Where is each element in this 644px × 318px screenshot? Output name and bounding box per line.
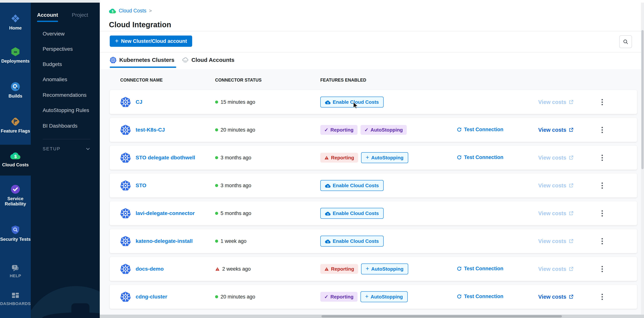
autostopping-add-button[interactable]: +AutoStopping <box>361 152 408 163</box>
row-menu-button[interactable] <box>598 124 606 136</box>
sidebar-item-help[interactable]: ? HELP <box>0 264 31 278</box>
feature-label: Reporting <box>330 127 354 133</box>
scope-tab-project[interactable]: Project <box>72 12 88 18</box>
external-link-icon <box>568 266 574 271</box>
connector-status-cell: 20 minutes ago <box>215 127 320 133</box>
test-connection-link[interactable]: Test Connection <box>456 154 504 160</box>
breadcrumb-cloud-costs-link[interactable]: Cloud Costs <box>119 8 146 14</box>
autostopping-add-button[interactable]: +AutoStopping <box>361 263 408 274</box>
view-costs-cell: View costs <box>538 266 592 272</box>
enable-cloud-costs-button[interactable]: Enable Cloud Costs <box>320 180 384 191</box>
row-menu-button[interactable] <box>598 235 606 247</box>
test-connection-link[interactable]: Test Connection <box>456 127 504 133</box>
status-indicator <box>215 128 218 131</box>
tab-cloud-accounts[interactable]: Cloud Accounts <box>182 52 234 68</box>
connector-name-cell: test-K8s-CJ <box>120 124 215 135</box>
connector-name-link[interactable]: kateno-delegate-install <box>136 238 192 244</box>
view-costs-link[interactable]: View costs <box>538 238 574 244</box>
connector-status-text: 20 minutes ago <box>220 127 255 133</box>
sidebar-item-home[interactable]: ❖ Home <box>0 14 31 31</box>
connector-name-link[interactable]: lavi-delegate-connector <box>136 210 195 216</box>
table-row: STO 3 months ago Enable Cloud Costs Test… <box>110 173 637 197</box>
column-header-connector-name: CONNECTOR NAME <box>120 78 215 83</box>
row-menu-button[interactable] <box>598 96 606 108</box>
view-costs-cell: View costs <box>538 127 592 133</box>
subnav-item-perspectives[interactable]: Perspectives <box>43 46 73 52</box>
connector-name-link[interactable]: test-K8s-CJ <box>136 127 165 133</box>
view-costs-cell: View costs <box>538 210 592 216</box>
view-costs-link[interactable]: View costs <box>538 294 574 300</box>
view-costs-link[interactable]: View costs <box>538 155 574 161</box>
connector-status-cell: 1 week ago <box>215 238 320 244</box>
kubernetes-icon <box>120 152 131 163</box>
view-costs-link[interactable]: View costs <box>538 210 574 216</box>
test-connection-link[interactable]: Test Connection <box>456 266 504 271</box>
reporting-feature-badge: ✓Reporting <box>320 125 358 135</box>
new-cluster-cloud-account-button[interactable]: + New Cluster/Cloud account <box>110 36 192 47</box>
service-reliability-icon <box>10 184 20 194</box>
sidebar-item-builds[interactable]: Builds <box>0 82 31 99</box>
refresh-icon <box>456 294 462 299</box>
sidebar-item-service-reliability[interactable]: Service Reliability <box>0 184 31 207</box>
refresh-icon <box>456 155 462 160</box>
external-link-icon <box>568 127 574 133</box>
horizontal-scrollbar[interactable] <box>100 314 644 318</box>
subnav-item-bi-dashboards[interactable]: BI Dashboards <box>43 123 78 129</box>
subnav-item-anomalies[interactable]: Anomalies <box>43 77 67 83</box>
horizontal-scrollbar-thumb[interactable] <box>322 315 562 317</box>
check-icon: ✓ <box>324 294 328 300</box>
tab-kubernetes-clusters[interactable]: Kubernetes Clusters <box>110 52 174 68</box>
sidebar-item-security-tests[interactable]: Security Tests <box>0 225 31 242</box>
table-row: lavi-delegate-connector 5 months ago Ena… <box>110 201 637 225</box>
sidebar-item-dashboards[interactable]: DASHBOARDS <box>0 292 31 306</box>
row-menu-button[interactable] <box>598 152 606 163</box>
row-menu-button[interactable] <box>598 291 606 302</box>
view-costs-link[interactable]: View costs <box>538 266 574 272</box>
view-costs-link[interactable]: View costs <box>538 99 574 105</box>
view-costs-cell: View costs <box>538 294 592 300</box>
enable-cloud-costs-button[interactable]: Enable Cloud Costs <box>320 97 384 108</box>
view-costs-link[interactable]: View costs <box>538 127 574 133</box>
connector-name-link[interactable]: STO <box>136 182 146 188</box>
sidebar-item-cloud-costs[interactable]: $ Cloud Costs <box>0 150 31 167</box>
test-connection-label: Test Connection <box>464 127 504 133</box>
setup-label: SETUP <box>43 146 60 151</box>
subnav-item-budgets[interactable]: Budgets <box>43 61 62 67</box>
connector-name-link[interactable]: STO delegate dbothwell <box>136 155 195 161</box>
sidebar-item-deployments[interactable]: ∞ Deployments <box>0 47 31 64</box>
search-button[interactable] <box>619 35 632 48</box>
subnav-item-recommendations[interactable]: Recommendations <box>43 92 86 98</box>
view-costs-label: View costs <box>538 266 566 272</box>
connector-name-link[interactable]: cdng-cluster <box>136 294 167 300</box>
connector-name-link[interactable]: docs-demo <box>136 266 164 272</box>
module-sidebar: ❖ Home ∞ Deployments Builds Feature Fla <box>0 3 31 318</box>
refresh-icon <box>456 127 462 132</box>
status-indicator <box>215 212 218 215</box>
cloud-dollar-icon <box>325 100 331 105</box>
kubernetes-icon <box>120 208 131 219</box>
refresh-icon <box>456 266 462 271</box>
subnav-setup-toggle[interactable]: SETUP <box>43 146 90 151</box>
enable-cloud-costs-button[interactable]: Enable Cloud Costs <box>320 208 384 219</box>
sidebar-item-feature-flags[interactable]: Feature Flags <box>0 117 31 134</box>
subnav-item-overview[interactable]: Overview <box>43 31 65 37</box>
kubernetes-icon <box>120 263 131 274</box>
enable-cloud-costs-button[interactable]: Enable Cloud Costs <box>320 236 384 247</box>
test-connection-link[interactable]: Test Connection <box>456 293 504 299</box>
feature-label: AutoStopping <box>370 127 403 133</box>
row-menu-button[interactable] <box>598 180 606 191</box>
sidebar-item-label: Deployments <box>1 59 30 64</box>
feature-label: Reporting <box>331 155 354 161</box>
row-menu-button[interactable] <box>598 208 606 219</box>
vertical-scrollbar-thumb[interactable] <box>641 30 644 169</box>
vertical-scrollbar[interactable] <box>641 3 644 318</box>
subnav-item-autostopping-rules[interactable]: AutoStopping Rules <box>43 107 89 113</box>
connector-name-link[interactable]: CJ <box>136 99 142 105</box>
autostopping-feature-badge: ✓AutoStopping <box>360 125 407 135</box>
row-menu-button[interactable] <box>598 263 606 274</box>
sidebar-item-label: Home <box>9 25 22 31</box>
scope-tab-account[interactable]: Account <box>37 12 58 18</box>
view-costs-cell: View costs <box>538 99 592 105</box>
view-costs-link[interactable]: View costs <box>538 182 574 189</box>
autostopping-add-button[interactable]: +AutoStopping <box>360 291 408 302</box>
